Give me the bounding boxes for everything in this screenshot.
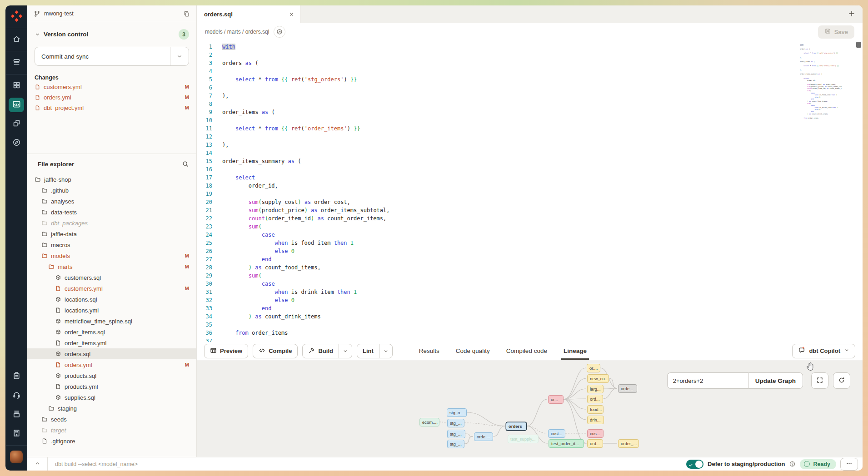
lineage-node-ecom[interactable]: ecom.... bbox=[419, 418, 439, 426]
sidebar-item-orchestration[interactable] bbox=[9, 117, 24, 131]
file-orders.yml[interactable]: orders.ymlM bbox=[27, 359, 196, 370]
compile-button-main[interactable]: Compile bbox=[253, 344, 297, 358]
close-icon[interactable] bbox=[289, 11, 294, 17]
lineage-node-or[interactable]: or... bbox=[548, 395, 564, 404]
editor-scrollbar-thumb[interactable] bbox=[856, 42, 861, 48]
lineage-node-food[interactable]: food... bbox=[587, 405, 604, 414]
build-button-main[interactable]: Build bbox=[303, 344, 339, 358]
lint-button[interactable]: Lint bbox=[357, 344, 393, 358]
file-jaffle-shop[interactable]: jaffle-shop bbox=[27, 174, 196, 185]
file-products.sql[interactable]: products.sql bbox=[27, 370, 196, 381]
file-.github[interactable]: .github bbox=[27, 185, 196, 196]
file-orders.sql[interactable]: orders.sql bbox=[27, 348, 196, 359]
lineage-selector-input[interactable] bbox=[667, 372, 748, 389]
sidebar-item-user-avatar[interactable] bbox=[9, 450, 24, 464]
refresh-button[interactable] bbox=[833, 372, 850, 389]
file-seeds[interactable]: seeds bbox=[27, 414, 196, 425]
file-metricflow_time_spine.sql[interactable]: metricflow_time_spine.sql bbox=[27, 316, 196, 327]
tab-compiled-code[interactable]: Compiled code bbox=[506, 342, 547, 360]
file-locations.sql[interactable]: locations.sql bbox=[27, 294, 196, 305]
file-customers.sql[interactable]: customers.sql bbox=[27, 272, 196, 283]
file-.gitignore[interactable]: .gitignore bbox=[27, 436, 196, 446]
file-order_items.yml[interactable]: order_items.yml bbox=[27, 337, 196, 348]
lineage-node-larg[interactable]: larg... bbox=[587, 385, 604, 393]
code-editor[interactable]: withorders as ( select * from {{ ref('st… bbox=[197, 40, 863, 342]
tab-lineage[interactable]: Lineage bbox=[564, 342, 587, 360]
open-compiled-icon[interactable] bbox=[274, 26, 285, 38]
file-dbt_packages[interactable]: dbt_packages bbox=[27, 218, 196, 228]
changed-file-orders.yml[interactable]: orders.ymlM bbox=[35, 93, 189, 102]
sidebar-item-support[interactable] bbox=[9, 388, 24, 403]
file-analyses[interactable]: analyses bbox=[27, 196, 196, 207]
file-supplies.sql[interactable]: supplies.sql bbox=[27, 392, 196, 403]
more-options-button[interactable] bbox=[840, 458, 858, 471]
file-explorer-header[interactable]: File explorer bbox=[27, 154, 196, 174]
new-tab-button[interactable] bbox=[848, 5, 855, 23]
file-target[interactable]: target bbox=[27, 425, 196, 436]
lineage-node-orde[interactable]: orde.... bbox=[474, 432, 493, 441]
update-graph-button[interactable]: Update Graph bbox=[748, 372, 803, 389]
lineage-node-order_[interactable]: order_... bbox=[618, 439, 639, 448]
file-customers.yml[interactable]: customers.ymlM bbox=[27, 283, 196, 294]
lineage-node-cus[interactable]: cus... bbox=[587, 429, 604, 438]
lineage-node-new_cu[interactable]: new_cu... bbox=[587, 374, 609, 383]
sidebar-item-develop-ide[interactable] bbox=[9, 98, 24, 112]
commit-options-chevron[interactable] bbox=[170, 47, 189, 65]
commit-and-sync-button[interactable]: Commit and sync bbox=[35, 47, 189, 66]
help-icon[interactable] bbox=[789, 461, 796, 467]
command-input[interactable]: dbt build --select <model_name> bbox=[48, 461, 138, 467]
save-button[interactable]: Save bbox=[818, 25, 854, 39]
file-macros[interactable]: macros bbox=[27, 239, 196, 250]
lineage-node-ord[interactable]: ord... bbox=[587, 395, 603, 403]
file-products.yml[interactable]: products.yml bbox=[27, 381, 196, 392]
copy-branch-icon[interactable] bbox=[183, 10, 190, 17]
expand-command-bar-button[interactable] bbox=[27, 457, 48, 471]
preview-button-main[interactable]: Preview bbox=[205, 344, 248, 358]
changed-file-customers.yml[interactable]: customers.ymlM bbox=[35, 82, 189, 91]
sidebar-item-dashboard[interactable] bbox=[9, 79, 24, 93]
sidebar-item-documentation[interactable] bbox=[9, 407, 24, 422]
search-icon[interactable] bbox=[182, 160, 189, 168]
sidebar-item-organization[interactable] bbox=[9, 426, 24, 441]
code-text: sum( bbox=[212, 272, 262, 280]
preview-button[interactable]: Preview bbox=[204, 344, 248, 358]
compile-button[interactable]: Compile bbox=[253, 344, 298, 358]
lineage-node-stg_[interactable]: stg_... bbox=[447, 430, 465, 438]
lineage-node-drin[interactable]: drin... bbox=[587, 416, 604, 424]
lineage-node-stg_[interactable]: stg_... bbox=[447, 440, 464, 448]
tab-results[interactable]: Results bbox=[419, 342, 439, 360]
build-button[interactable]: Build bbox=[302, 344, 352, 358]
sidebar-item-home[interactable] bbox=[9, 32, 24, 47]
sidebar-item-explore[interactable] bbox=[9, 136, 24, 150]
lineage-node-stg_o[interactable]: stg_o... bbox=[447, 408, 467, 417]
lineage-node-orde[interactable]: orde... bbox=[618, 384, 637, 393]
file-order_items.sql[interactable]: order_items.sql bbox=[27, 327, 196, 337]
file-locations.yml[interactable]: locations.yml bbox=[27, 305, 196, 316]
version-control-header[interactable]: Version control 3 bbox=[35, 29, 189, 40]
lineage-node-stg_[interactable]: stg_... bbox=[447, 419, 464, 427]
sidebar-item-notifications[interactable] bbox=[9, 369, 24, 384]
file-marts[interactable]: martsM bbox=[27, 261, 196, 272]
sidebar-item-deploy[interactable] bbox=[9, 55, 24, 70]
lint-button-main[interactable]: Lint bbox=[357, 344, 379, 358]
tab-orders-sql[interactable]: orders.sql bbox=[197, 5, 300, 23]
changed-file-dbt_project.yml[interactable]: dbt_project.ymlM bbox=[35, 103, 189, 112]
lint-options-chevron[interactable] bbox=[379, 344, 392, 358]
file-staging[interactable]: staging bbox=[27, 403, 196, 414]
file-data-tests[interactable]: data-tests bbox=[27, 207, 196, 218]
lineage-node-or[interactable]: or.... bbox=[587, 364, 600, 372]
lineage-node-cust[interactable]: cust... bbox=[548, 429, 565, 438]
defer-toggle[interactable] bbox=[686, 460, 703, 469]
fullscreen-button[interactable] bbox=[811, 372, 828, 389]
lineage-node-test_supply[interactable]: test_supply... bbox=[508, 435, 539, 443]
lineage-node-test_order_it[interactable]: test_order_it... bbox=[549, 439, 584, 448]
file-jaffle-data[interactable]: jaffle-data bbox=[27, 228, 196, 239]
build-options-chevron[interactable] bbox=[339, 344, 352, 358]
lineage-node-ord[interactable]: ord... bbox=[587, 439, 603, 448]
line-number: 6 bbox=[197, 84, 212, 92]
tab-code-quality[interactable]: Code quality bbox=[456, 342, 490, 360]
dbt-copilot-button[interactable]: dbt Copilot bbox=[792, 344, 855, 358]
file-models[interactable]: modelsM bbox=[27, 250, 196, 261]
sidebar-item-dbt-logo[interactable] bbox=[9, 10, 24, 24]
lineage-node-orders[interactable]: orders bbox=[506, 422, 527, 431]
